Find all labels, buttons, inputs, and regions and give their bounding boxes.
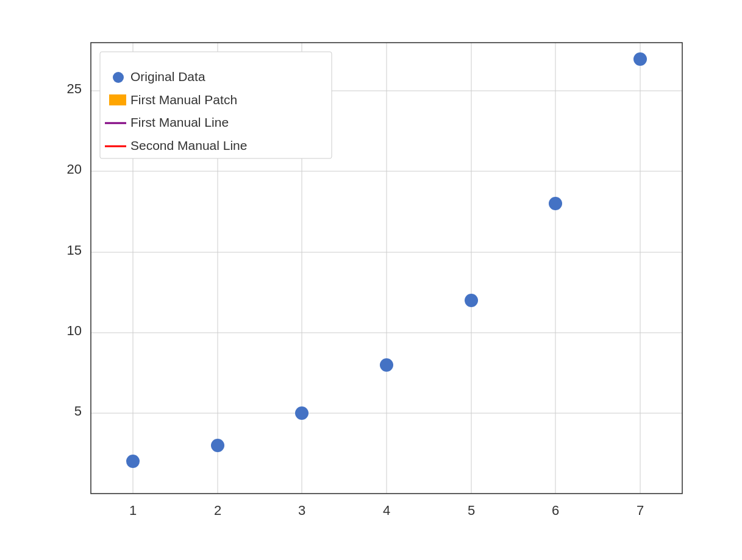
legend-patch-first: [109, 94, 126, 105]
x-tick-4: 4: [382, 503, 390, 518]
x-tick-2: 2: [213, 503, 221, 518]
legend-dot-original: [113, 72, 124, 83]
y-tick-20: 20: [66, 161, 81, 177]
legend-label-original: Original Data: [130, 69, 205, 83]
x-tick-1: 1: [129, 503, 136, 518]
x-tick-5: 5: [467, 503, 474, 518]
data-point-5: [465, 294, 478, 307]
legend-label-first-line: First Manual Line: [130, 115, 229, 129]
x-tick-7: 7: [636, 503, 643, 518]
data-point-6: [549, 197, 562, 210]
y-tick-15: 15: [66, 243, 81, 258]
data-point-2: [211, 439, 224, 452]
data-point-3: [295, 406, 309, 420]
y-tick-5: 5: [74, 403, 81, 419]
data-point-4: [380, 358, 393, 372]
y-tick-25: 25: [66, 81, 81, 96]
x-tick-3: 3: [298, 503, 305, 518]
chart-container: 5 10 15 20 25 1 2 3 4 5 6 7 Original Dat…: [36, 18, 707, 542]
data-point-1: [126, 455, 140, 468]
data-point-7: [633, 52, 647, 66]
legend-label-first-patch: First Manual Patch: [130, 93, 237, 107]
x-tick-6: 6: [551, 503, 558, 518]
legend-label-second-line: Second Manual Line: [130, 138, 247, 152]
y-tick-10: 10: [66, 323, 81, 338]
